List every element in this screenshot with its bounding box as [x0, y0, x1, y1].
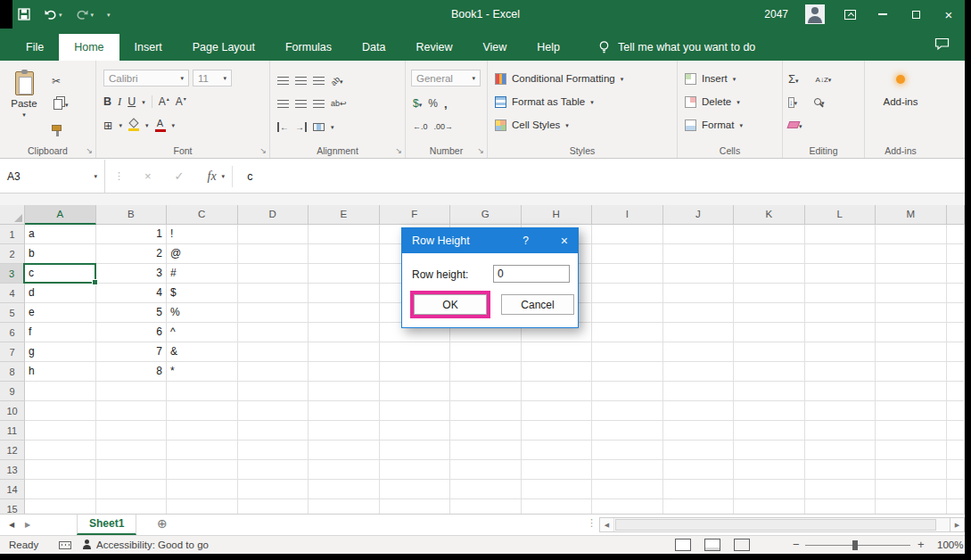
align-right-icon[interactable]: [313, 100, 325, 108]
borders-caret-icon[interactable]: ▾: [119, 122, 122, 128]
tab-view[interactable]: View: [467, 34, 522, 61]
cell-A9[interactable]: [25, 382, 96, 401]
font-color-button[interactable]: A: [155, 119, 166, 132]
cell-C13[interactable]: [167, 460, 238, 480]
cell-C8[interactable]: *: [167, 362, 238, 382]
cell-C1[interactable]: !: [167, 225, 238, 244]
cell-A8[interactable]: h: [25, 362, 96, 382]
save-button[interactable]: [18, 8, 30, 21]
cell-D11[interactable]: [238, 421, 309, 441]
column-header-E[interactable]: E: [309, 205, 380, 225]
font-size-select[interactable]: 11▾: [193, 70, 232, 86]
zoom-in-button[interactable]: +: [918, 536, 925, 554]
column-header-D[interactable]: D: [238, 205, 309, 225]
cell-I2[interactable]: [592, 244, 663, 264]
cell-E13[interactable]: [309, 460, 380, 480]
zoom-slider-thumb[interactable]: [852, 540, 858, 550]
cell-H7[interactable]: [522, 342, 593, 362]
cell-L10[interactable]: [805, 401, 876, 421]
cell-I15[interactable]: [592, 499, 663, 514]
select-all-button[interactable]: [0, 205, 25, 225]
increase-decimal-button[interactable]: ←.0: [413, 122, 428, 131]
tab-splitter-handle[interactable]: ⋮: [587, 517, 597, 529]
cell-I11[interactable]: [592, 421, 663, 441]
fill-color-caret-icon[interactable]: ▾: [145, 122, 149, 128]
ok-button[interactable]: OK: [414, 294, 487, 315]
cell-M1[interactable]: [876, 225, 947, 244]
increase-indent-button[interactable]: →: [295, 122, 307, 132]
row-header-7[interactable]: 7: [0, 342, 25, 362]
row-header-15[interactable]: 15: [0, 499, 25, 514]
cell-D7[interactable]: [238, 342, 309, 362]
cell-J12[interactable]: [663, 441, 735, 460]
column-header-C[interactable]: C: [167, 205, 238, 225]
cell-C11[interactable]: [167, 421, 238, 441]
cell-A2[interactable]: b: [25, 244, 96, 264]
cell-I5[interactable]: [592, 303, 663, 323]
page-layout-view-button[interactable]: [704, 539, 720, 551]
cell-J3[interactable]: [663, 264, 735, 284]
row-header-9[interactable]: 9: [0, 382, 25, 401]
cell-K15[interactable]: [734, 499, 805, 514]
tab-insert[interactable]: Insert: [119, 34, 177, 61]
cell-B12[interactable]: [96, 441, 168, 460]
comments-button[interactable]: [934, 37, 950, 54]
cell-J7[interactable]: [663, 342, 735, 362]
tab-formulas[interactable]: Formulas: [270, 34, 347, 61]
cell-D15[interactable]: [238, 499, 309, 514]
tab-home[interactable]: Home: [59, 34, 119, 61]
cell-J9[interactable]: [663, 382, 735, 401]
row-header-4[interactable]: 4: [0, 284, 25, 303]
align-bottom-icon[interactable]: [313, 77, 325, 85]
cell-C4[interactable]: $: [167, 284, 238, 303]
row-header-2[interactable]: 2: [0, 244, 25, 264]
cell-E15[interactable]: [309, 499, 380, 514]
cell-E9[interactable]: [309, 382, 380, 401]
cell-K10[interactable]: [734, 401, 805, 421]
cell-B7[interactable]: 7: [96, 342, 168, 362]
cell-E5[interactable]: [309, 303, 380, 323]
comma-style-button[interactable]: ,: [444, 97, 448, 111]
cell-J10[interactable]: [663, 401, 735, 421]
cell-L11[interactable]: [805, 421, 876, 441]
ribbon-display-options-button[interactable]: [842, 0, 858, 29]
cell-C12[interactable]: [167, 441, 238, 460]
column-header-A[interactable]: A: [25, 205, 96, 225]
zoom-slider-track[interactable]: [805, 545, 910, 546]
dialog-help-button[interactable]: ?: [523, 235, 529, 247]
zoom-level[interactable]: 100%: [937, 536, 963, 554]
cell-C14[interactable]: [167, 480, 238, 499]
cell-A3[interactable]: c: [25, 264, 96, 284]
align-top-icon[interactable]: [277, 77, 289, 85]
cut-button[interactable]: ✂: [52, 71, 91, 91]
cell-K8[interactable]: [734, 362, 805, 382]
maximize-button[interactable]: [908, 0, 924, 29]
cell-M3[interactable]: [876, 264, 947, 284]
increase-font-size-button[interactable]: A▴: [159, 95, 169, 108]
cell-G8[interactable]: [450, 362, 522, 382]
horizontal-scrollbar[interactable]: ◀ ▶: [599, 517, 965, 532]
cell-D4[interactable]: [238, 284, 309, 303]
cell-L5[interactable]: [805, 303, 876, 323]
cell-H9[interactable]: [522, 382, 593, 401]
cell-I12[interactable]: [592, 441, 663, 460]
font-dialog-launcher-icon[interactable]: ↘: [259, 147, 267, 155]
clear-button[interactable]: ▾: [788, 119, 802, 130]
cell-L8[interactable]: [805, 362, 876, 382]
cell-D1[interactable]: [238, 225, 309, 244]
cell-D8[interactable]: [238, 362, 309, 382]
cell-J15[interactable]: [663, 499, 735, 514]
cell-E2[interactable]: [309, 244, 380, 264]
row-header-3[interactable]: 3: [0, 264, 25, 284]
cell-L2[interactable]: [805, 244, 876, 264]
cell-C6[interactable]: ^: [167, 323, 238, 342]
name-box[interactable]: A3▾: [0, 160, 105, 193]
cell-H14[interactable]: [522, 480, 593, 499]
font-color-caret-icon[interactable]: ▾: [172, 122, 176, 128]
orientation-button[interactable]: ab▾: [331, 75, 343, 86]
find-select-button[interactable]: ▾: [814, 96, 825, 107]
cell-F11[interactable]: [380, 421, 451, 441]
cell-H12[interactable]: [522, 441, 593, 460]
column-header-B[interactable]: B: [96, 205, 168, 225]
insert-cells-button[interactable]: Insert▾: [685, 70, 736, 87]
